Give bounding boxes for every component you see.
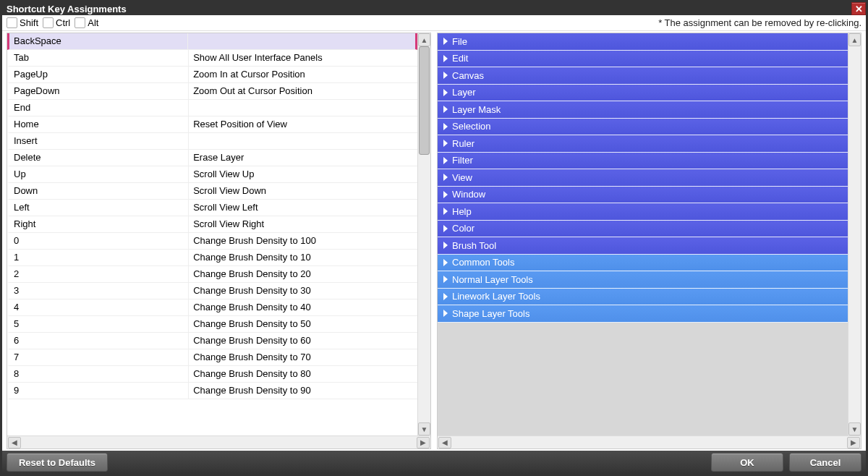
scrollbar-thumb[interactable] <box>419 46 430 155</box>
key-row[interactable]: 9Change Brush Density to 90 <box>7 383 417 399</box>
key-cell: 7 <box>9 349 189 365</box>
shift-modifier[interactable]: Shift <box>7 17 38 28</box>
key-cell: Tab <box>9 50 189 66</box>
expand-icon <box>443 259 448 266</box>
category-label: Normal Layer Tools <box>452 274 533 285</box>
key-row[interactable]: LeftScroll View Left <box>7 200 417 216</box>
key-row[interactable]: BackSpace <box>7 33 417 50</box>
key-row[interactable]: 0Change Brush Density to 100 <box>7 233 417 250</box>
key-cell: Delete <box>9 150 189 166</box>
key-cell: 8 <box>9 366 189 382</box>
category-panel: FileEditCanvasLayerLayer MaskSelectionRu… <box>437 33 861 449</box>
expand-icon <box>443 225 448 232</box>
key-row[interactable]: 2Change Brush Density to 20 <box>7 266 417 283</box>
cancel-button[interactable]: Cancel <box>789 453 861 472</box>
key-row[interactable]: 4Change Brush Density to 40 <box>7 299 417 316</box>
expand-icon <box>443 310 448 317</box>
action-cell: Change Brush Density to 50 <box>189 316 417 332</box>
category-item[interactable]: View <box>438 169 848 187</box>
category-item[interactable]: Selection <box>438 119 848 136</box>
key-row[interactable]: 6Change Brush Density to 60 <box>7 333 417 349</box>
action-cell: Change Brush Density to 90 <box>189 383 417 399</box>
key-cell: Right <box>9 216 189 232</box>
category-item[interactable]: Edit <box>438 51 848 68</box>
category-list-horizontal-scrollbar[interactable]: ◀ ▶ <box>438 435 861 449</box>
key-assignments-panel: BackSpaceTabShow All User Interface Pane… <box>7 33 431 449</box>
category-item[interactable]: Normal Layer Tools <box>438 271 848 289</box>
expand-icon <box>443 293 448 300</box>
category-item[interactable]: Window <box>438 187 848 204</box>
category-list-vertical-scrollbar[interactable]: ▲ ▼ <box>848 33 861 435</box>
key-row[interactable]: 7Change Brush Density to 70 <box>7 349 417 366</box>
key-row[interactable]: 5Change Brush Density to 50 <box>7 316 417 333</box>
scroll-left-icon[interactable]: ◀ <box>8 437 21 449</box>
ok-button[interactable]: OK <box>711 453 783 472</box>
category-item[interactable]: Common Tools <box>438 255 848 272</box>
key-row[interactable]: HomeReset Position of View <box>7 116 417 133</box>
category-label: Window <box>452 189 485 200</box>
category-item[interactable]: Filter <box>438 153 848 170</box>
category-item[interactable]: Help <box>438 203 848 221</box>
key-row[interactable]: 3Change Brush Density to 30 <box>7 283 417 299</box>
key-row[interactable]: PageUpZoom In at Cursor Position <box>7 67 417 83</box>
key-row[interactable]: UpScroll View Up <box>7 166 417 183</box>
key-list-horizontal-scrollbar[interactable]: ◀ ▶ <box>7 435 430 449</box>
key-row[interactable]: End <box>7 100 417 116</box>
ctrl-label: Ctrl <box>56 17 70 28</box>
category-item[interactable]: Canvas <box>438 67 848 85</box>
key-row[interactable]: TabShow All User Interface Panels <box>7 50 417 67</box>
key-cell: 9 <box>9 383 189 399</box>
scroll-right-icon[interactable]: ▶ <box>417 437 430 449</box>
key-row[interactable]: PageDownZoom Out at Cursor Position <box>7 83 417 100</box>
ctrl-checkbox[interactable] <box>43 17 54 28</box>
close-button[interactable]: ✕ <box>851 2 866 15</box>
action-cell: Scroll View Down <box>189 183 417 199</box>
category-item[interactable]: Linework Layer Tools <box>438 289 848 306</box>
scroll-right-icon[interactable]: ▶ <box>847 437 860 449</box>
expand-icon <box>443 191 448 198</box>
alt-checkbox[interactable] <box>75 17 85 28</box>
expand-icon <box>443 242 448 249</box>
category-label: Shape Layer Tools <box>452 308 529 319</box>
shortcut-key-assignments-window: Shortcut Key Assignments ✕ Shift Ctrl Al… <box>0 0 868 476</box>
shift-checkbox[interactable] <box>7 17 17 28</box>
category-item[interactable]: Ruler <box>438 135 848 153</box>
action-cell: Change Brush Density to 80 <box>189 366 417 382</box>
category-item[interactable]: Color <box>438 221 848 238</box>
key-row[interactable]: DeleteErase Layer <box>7 150 417 166</box>
key-row[interactable]: 8Change Brush Density to 80 <box>7 366 417 383</box>
key-row[interactable]: DownScroll View Down <box>7 183 417 200</box>
category-item[interactable]: File <box>438 33 848 51</box>
key-cell: Insert <box>9 133 189 149</box>
expand-icon <box>443 106 448 113</box>
scroll-up-icon[interactable]: ▲ <box>418 33 430 46</box>
key-cell: End <box>9 100 189 116</box>
action-cell: Change Brush Density to 70 <box>189 349 417 365</box>
category-label: Color <box>452 223 475 234</box>
expand-icon <box>443 72 448 79</box>
scroll-left-icon[interactable]: ◀ <box>438 437 451 449</box>
key-row[interactable]: RightScroll View Right <box>7 216 417 233</box>
key-row[interactable]: 1Change Brush Density to 10 <box>7 250 417 266</box>
scroll-down-icon[interactable]: ▼ <box>848 422 861 435</box>
expand-icon <box>443 55 448 62</box>
category-item[interactable]: Layer <box>438 85 848 102</box>
action-cell: Change Brush Density to 40 <box>189 299 417 315</box>
key-list-vertical-scrollbar[interactable]: ▲ ▼ <box>417 33 430 435</box>
action-cell: Zoom Out at Cursor Position <box>189 83 417 99</box>
scroll-up-icon[interactable]: ▲ <box>848 33 861 46</box>
category-item[interactable]: Shape Layer Tools <box>438 305 848 323</box>
category-list[interactable]: FileEditCanvasLayerLayer MaskSelectionRu… <box>438 33 848 435</box>
alt-modifier[interactable]: Alt <box>75 17 98 28</box>
key-list[interactable]: BackSpaceTabShow All User Interface Pane… <box>7 33 417 435</box>
key-row[interactable]: Insert <box>7 133 417 150</box>
hint-text: * The assignment can be removed by re-cl… <box>658 17 861 28</box>
category-item[interactable]: Brush Tool <box>438 237 848 255</box>
category-item[interactable]: Layer Mask <box>438 101 848 119</box>
reset-to-defaults-button[interactable]: Reset to Defaults <box>7 453 108 472</box>
action-cell: Scroll View Left <box>189 200 417 216</box>
ctrl-modifier[interactable]: Ctrl <box>43 17 70 28</box>
scroll-down-icon[interactable]: ▼ <box>418 422 430 435</box>
action-cell: Change Brush Density to 60 <box>189 333 417 349</box>
key-cell: PageUp <box>9 67 189 82</box>
